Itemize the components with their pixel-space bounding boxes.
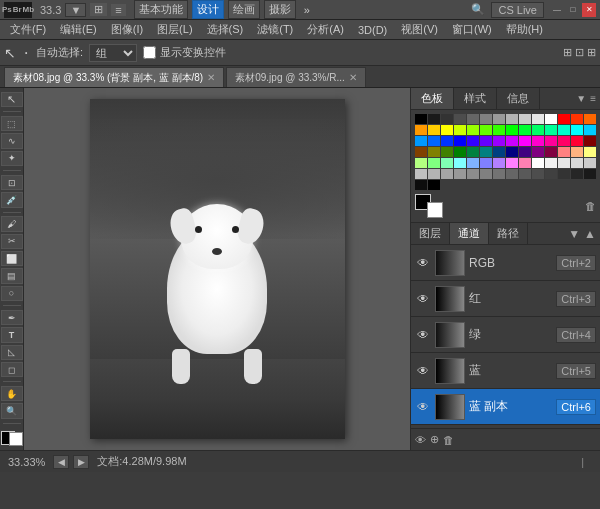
- tool-eraser[interactable]: ⬜: [1, 251, 23, 266]
- color-swatch[interactable]: [571, 169, 583, 179]
- color-swatch[interactable]: [545, 147, 557, 157]
- fg-bg-display[interactable]: [415, 194, 443, 218]
- fg-bg-colors[interactable]: [1, 431, 23, 446]
- color-swatch[interactable]: [584, 136, 596, 146]
- tool-shape[interactable]: ◻: [1, 362, 23, 377]
- color-swatch[interactable]: [441, 125, 453, 135]
- color-swatch[interactable]: [584, 147, 596, 157]
- color-swatch[interactable]: [467, 136, 479, 146]
- color-swatch[interactable]: [480, 158, 492, 168]
- color-swatch[interactable]: [493, 158, 505, 168]
- color-swatch[interactable]: [454, 125, 466, 135]
- minimize-button[interactable]: —: [550, 3, 564, 17]
- color-swatch[interactable]: [428, 125, 440, 135]
- color-swatch[interactable]: [467, 125, 479, 135]
- color-swatch[interactable]: [584, 158, 596, 168]
- tab-paths[interactable]: 路径: [489, 223, 528, 244]
- color-swatch[interactable]: [519, 136, 531, 146]
- menu-filter[interactable]: 滤镜(T): [251, 20, 299, 39]
- tool-marquee[interactable]: ⬚: [1, 116, 23, 131]
- color-swatch[interactable]: [415, 125, 427, 135]
- workspace-design[interactable]: 设计: [192, 0, 224, 19]
- menu-image[interactable]: 图像(I): [105, 20, 149, 39]
- color-swatch[interactable]: [480, 169, 492, 179]
- more-workspaces[interactable]: »: [300, 3, 314, 17]
- channel-row[interactable]: 👁RGBCtrl+2: [411, 245, 600, 281]
- color-swatch[interactable]: [532, 125, 544, 135]
- arrange-icon[interactable]: ⊞: [90, 3, 107, 16]
- status-arrow-left[interactable]: ◀: [53, 455, 69, 469]
- channel-visibility-eye[interactable]: 👁: [415, 399, 431, 415]
- color-swatch[interactable]: [545, 125, 557, 135]
- channel-visibility-eye[interactable]: 👁: [415, 363, 431, 379]
- color-swatch[interactable]: [571, 136, 583, 146]
- tool-clone[interactable]: ✂: [1, 234, 23, 249]
- collapse-icon[interactable]: ▼: [568, 227, 580, 241]
- color-swatch[interactable]: [428, 114, 440, 124]
- color-swatch[interactable]: [506, 114, 518, 124]
- color-swatch[interactable]: [480, 114, 492, 124]
- color-swatch[interactable]: [584, 169, 596, 179]
- color-swatch[interactable]: [467, 114, 479, 124]
- color-swatch[interactable]: [506, 125, 518, 135]
- color-swatch[interactable]: [532, 136, 544, 146]
- color-swatch[interactable]: [571, 147, 583, 157]
- color-swatch[interactable]: [506, 169, 518, 179]
- color-swatch[interactable]: [428, 158, 440, 168]
- color-swatch[interactable]: [415, 147, 427, 157]
- tool-path[interactable]: ◺: [1, 345, 23, 360]
- color-swatch[interactable]: [493, 147, 505, 157]
- color-swatch[interactable]: [441, 114, 453, 124]
- tool-brush[interactable]: 🖌: [1, 216, 23, 231]
- tool-hand[interactable]: ✋: [1, 386, 23, 401]
- color-swatch[interactable]: [480, 125, 492, 135]
- tab-素材09[interactable]: 素材09.jpg @ 33.3%/R... ✕: [226, 67, 366, 87]
- tool-crop[interactable]: ⊡: [1, 175, 23, 190]
- color-swatch[interactable]: [415, 158, 427, 168]
- color-swatch[interactable]: [506, 147, 518, 157]
- color-swatch[interactable]: [441, 136, 453, 146]
- transform-checkbox-label[interactable]: 显示变换控件: [143, 45, 226, 60]
- color-swatch[interactable]: [441, 169, 453, 179]
- color-swatch[interactable]: [558, 147, 570, 157]
- color-swatch[interactable]: [415, 114, 427, 124]
- color-swatch[interactable]: [480, 136, 492, 146]
- color-swatch[interactable]: [441, 158, 453, 168]
- menu-view[interactable]: 视图(V): [395, 20, 444, 39]
- autoselect-select[interactable]: 组 图层: [89, 44, 137, 62]
- tool-magic-wand[interactable]: ✦: [1, 151, 23, 166]
- color-swatch[interactable]: [415, 169, 427, 179]
- cs-live[interactable]: CS Live: [491, 2, 544, 18]
- tool-zoom[interactable]: 🔍: [1, 403, 23, 418]
- color-swatch[interactable]: [519, 114, 531, 124]
- size-selector[interactable]: ▼: [65, 3, 86, 17]
- channel-row[interactable]: 👁蓝Ctrl+5: [411, 353, 600, 389]
- color-swatch[interactable]: [532, 114, 544, 124]
- bg-swatch[interactable]: [427, 202, 443, 218]
- color-swatch[interactable]: [519, 158, 531, 168]
- tool-move[interactable]: ↖: [1, 92, 23, 107]
- color-swatch[interactable]: [415, 180, 427, 190]
- color-swatch[interactable]: [454, 158, 466, 168]
- trash-icon[interactable]: 🗑: [585, 200, 596, 212]
- color-swatch[interactable]: [532, 169, 544, 179]
- color-swatch[interactable]: [454, 114, 466, 124]
- color-swatch[interactable]: [519, 125, 531, 135]
- color-swatch[interactable]: [584, 125, 596, 135]
- color-swatch[interactable]: [415, 136, 427, 146]
- channel-visibility-btn[interactable]: 👁: [415, 434, 426, 446]
- menu-window[interactable]: 窗口(W): [446, 20, 498, 39]
- color-swatch[interactable]: [428, 180, 440, 190]
- color-swatch[interactable]: [493, 136, 505, 146]
- color-swatch[interactable]: [454, 147, 466, 157]
- status-arrow-right[interactable]: ▶: [73, 455, 89, 469]
- search-icon[interactable]: 🔍: [471, 3, 485, 16]
- channel-row[interactable]: 👁绿Ctrl+4: [411, 317, 600, 353]
- channel-visibility-eye[interactable]: 👁: [415, 291, 431, 307]
- color-swatch[interactable]: [519, 147, 531, 157]
- color-swatch[interactable]: [584, 114, 596, 124]
- color-swatch[interactable]: [532, 158, 544, 168]
- color-swatch[interactable]: [545, 158, 557, 168]
- color-swatch[interactable]: [558, 169, 570, 179]
- workspace-basic[interactable]: 基本功能: [134, 0, 188, 19]
